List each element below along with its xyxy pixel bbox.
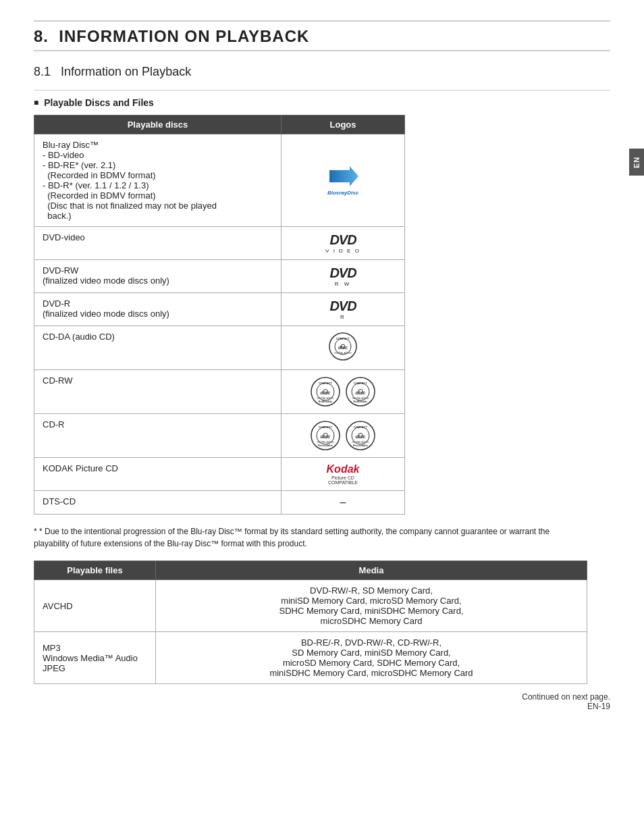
svg-text:disc: disc <box>320 390 331 396</box>
cd-da-logo-svg: COMPACT disc DIGITAL AUDIO <box>326 332 360 362</box>
continued-text: Continued on next page. <box>522 692 610 702</box>
media-avchd: DVD-RW/-R, SD Memory Card, miniSD Memory… <box>156 580 587 632</box>
table-row: MP3 Windows Media™ Audio JPEG BD-RE/-R, … <box>34 632 587 684</box>
svg-text:DIGITAL AUDIO: DIGITAL AUDIO <box>334 352 351 355</box>
chapter-heading: 8. INFORMATION ON PLAYBACK <box>34 20 610 51</box>
table-row: KODAK Picture CD Kodak Picture CDCOMPATI… <box>34 458 405 491</box>
file-type-avchd: AVCHD <box>34 580 156 632</box>
table-row: CD-DA (audio CD) COMPACT disc DIGITAL AU… <box>34 326 405 370</box>
logo-kodak: Kodak Picture CDCOMPATIBLE <box>281 458 405 491</box>
disc-name-cd-r: CD-R <box>34 414 281 458</box>
table-row: DVD-R (finalized video mode discs only) … <box>34 293 405 326</box>
svg-text:ReWritable: ReWritable <box>319 400 333 403</box>
svg-text:disc: disc <box>355 434 366 440</box>
logo-cd-da: COMPACT disc DIGITAL AUDIO <box>281 326 405 370</box>
subsection-heading: Playable Discs and Files <box>34 97 610 108</box>
svg-text:disc: disc <box>338 345 348 350</box>
logo-cd-rw: COMPACT disc DIGITAL AUDIO ReWritable CO… <box>281 370 405 414</box>
svg-text:disc: disc <box>355 390 366 396</box>
svg-text:COMPACT: COMPACT <box>319 425 332 429</box>
svg-text:disc: disc <box>320 434 331 440</box>
cd-rw-logo2-svg: COMPACT disc DIGITAL AUDIO ReWritable <box>344 375 377 408</box>
svg-text:Recordable: Recordable <box>353 444 369 447</box>
disc-name-dvd-rw: DVD-RW (finalized video mode discs only) <box>34 260 281 293</box>
svg-text:Recordable: Recordable <box>318 444 333 447</box>
file-type-mp3-wma-jpeg: MP3 Windows Media™ Audio JPEG <box>34 632 156 684</box>
logo-dvd-r: DVD R <box>281 293 405 326</box>
discs-col1-header: Playable discs <box>34 115 281 134</box>
media-mp3-wma-jpeg: BD-RE/-R, DVD-RW/-R, CD-RW/-R, SD Memory… <box>156 632 587 684</box>
disc-name-kodak: KODAK Picture CD <box>34 458 281 491</box>
logo-dvd-rw: DVD R W <box>281 260 405 293</box>
table-row: CD-R COMPACT disc DIGITAL AUDIO Recordab… <box>34 414 405 458</box>
svg-text:ReWritable: ReWritable <box>354 400 369 403</box>
page-footer: Continued on next page. EN-19 <box>522 692 610 711</box>
disc-name-bluray: Blu-ray Disc™ - BD-video - BD-RE* (ver. … <box>34 134 281 227</box>
cd-rw-logo1-svg: COMPACT disc DIGITAL AUDIO ReWritable <box>309 375 342 408</box>
playable-files-table: Playable files Media AVCHD DVD-RW/-R, SD… <box>34 561 587 684</box>
logo-dvd-video: DVD V I D E O <box>281 227 405 260</box>
table-row: DVD-video DVD V I D E O <box>34 227 405 260</box>
chapter-title: 8. INFORMATION ON PLAYBACK <box>34 27 610 46</box>
table-row: AVCHD DVD-RW/-R, SD Memory Card, miniSD … <box>34 580 587 632</box>
footnote: * * Due to the intentional progression o… <box>34 525 587 550</box>
logo-cd-r: COMPACT disc DIGITAL AUDIO Recordable CO… <box>281 414 405 458</box>
disc-name-cd-rw: CD-RW <box>34 370 281 414</box>
table-row: CD-RW COMPACT disc DIGITAL AUDIO ReWrita… <box>34 370 405 414</box>
table-row: DVD-RW (finalized video mode discs only)… <box>34 260 405 293</box>
bluray-logo-svg <box>326 165 360 188</box>
cd-r-logo1-svg: COMPACT disc DIGITAL AUDIO Recordable <box>309 419 342 452</box>
files-col1-header: Playable files <box>34 561 156 580</box>
discs-col2-header: Logos <box>281 115 405 134</box>
page-number: EN-19 <box>522 702 610 711</box>
section-heading: 8.1 Information on Playback <box>34 65 610 79</box>
side-tab-en: EN <box>629 149 644 176</box>
cd-r-logo2-svg: COMPACT disc DIGITAL AUDIO Recordable <box>344 419 377 452</box>
disc-name-dvd-r: DVD-R (finalized video mode discs only) <box>34 293 281 326</box>
table-row: DTS-CD – <box>34 491 405 515</box>
svg-text:COMPACT: COMPACT <box>354 382 367 385</box>
playable-discs-table: Playable discs Logos Blu-ray Disc™ - BD-… <box>34 115 405 515</box>
disc-name-dvd-video: DVD-video <box>34 227 281 260</box>
files-col2-header: Media <box>156 561 587 580</box>
logo-dts-cd: – <box>281 491 405 515</box>
table-row: Blu-ray Disc™ - BD-video - BD-RE* (ver. … <box>34 134 405 227</box>
logo-bluray: BlusrayDisc <box>281 134 405 227</box>
svg-text:COMPACT: COMPACT <box>319 382 332 385</box>
svg-text:COMPACT: COMPACT <box>354 425 367 429</box>
disc-name-dts-cd: DTS-CD <box>34 491 281 515</box>
disc-name-cd-da: CD-DA (audio CD) <box>34 326 281 370</box>
svg-text:COMPACT: COMPACT <box>336 337 350 340</box>
